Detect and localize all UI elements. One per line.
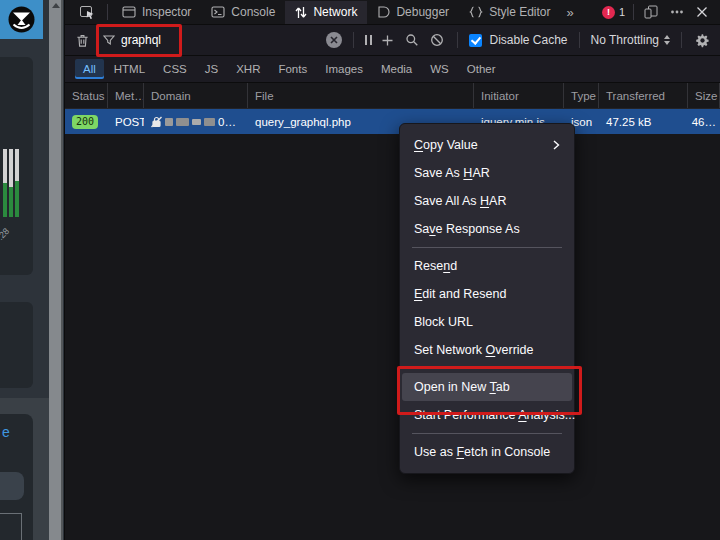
error-count: 1 — [619, 6, 625, 18]
devtools-panel: InspectorConsoleNetworkDebuggerStyle Edi… — [64, 0, 720, 540]
column-header-size[interactable]: Size — [688, 83, 720, 108]
disable-cache-label[interactable]: Disable Cache — [489, 33, 567, 47]
filter-value: graphql — [121, 33, 161, 47]
menu-item-open-in-new-tab[interactable]: Open in New Tab — [402, 373, 572, 401]
close-icon[interactable] — [690, 0, 714, 24]
disable-cache-checkbox[interactable] — [469, 34, 482, 47]
filter-tab-all[interactable]: All — [75, 59, 104, 79]
page-scrollbar[interactable] — [49, 0, 63, 540]
inspector-icon — [122, 6, 136, 18]
menu-item-label: Save All As HAR — [414, 194, 506, 208]
network-toolbar: graphql — [65, 25, 720, 56]
tab-label: Network — [313, 5, 357, 19]
chart-bar — [9, 149, 13, 217]
column-header-transferred[interactable]: Transferred — [599, 83, 688, 108]
menu-item-label: Copy Value — [414, 138, 478, 152]
site-logo[interactable] — [0, 0, 43, 39]
tab-style-editor[interactable]: Style Editor — [459, 1, 560, 24]
meatball-menu-icon[interactable] — [664, 0, 690, 24]
request-list-empty-area — [65, 134, 720, 452]
filter-tab-fonts[interactable]: Fonts — [270, 59, 315, 79]
tab-label: Inspector — [142, 5, 191, 19]
menu-item-copy-value[interactable]: Copy Value — [402, 131, 572, 159]
tab-label: Console — [231, 5, 275, 19]
menu-item-label: Open in New Tab — [414, 380, 510, 394]
devtools-tabbar: InspectorConsoleNetworkDebuggerStyle Edi… — [65, 0, 720, 25]
filter-tab-xhr[interactable]: XHR — [228, 59, 268, 79]
filter-tab-images[interactable]: Images — [317, 59, 371, 79]
menu-item-block-url[interactable]: Block URL — [402, 308, 572, 336]
tab-inspector[interactable]: Inspector — [112, 1, 201, 24]
error-badge[interactable]: ! 1 — [598, 6, 629, 19]
pause-traffic-icon[interactable] — [365, 35, 372, 45]
method-cell: POST — [108, 116, 144, 128]
divider — [107, 4, 108, 20]
error-icon: ! — [602, 6, 615, 19]
filter-tab-html[interactable]: HTML — [106, 59, 153, 79]
clear-filter-icon[interactable] — [326, 32, 342, 48]
add-request-icon[interactable] — [379, 34, 396, 47]
filter-tab-js[interactable]: JS — [197, 59, 226, 79]
more-tabs-chevron-icon[interactable]: » — [560, 5, 579, 20]
chart-bar — [3, 149, 7, 217]
column-header-type[interactable]: Type — [564, 83, 599, 108]
menu-item-label: Set Network Override — [414, 343, 534, 357]
filter-tab-media[interactable]: Media — [373, 59, 420, 79]
menu-separator — [412, 368, 562, 369]
menu-item-label: Edit and Resend — [414, 287, 506, 301]
menu-item-label: Save Response As — [414, 222, 520, 236]
menu-item-set-network-override[interactable]: Set Network Override — [402, 336, 572, 364]
context-menu: Copy ValueSave As HARSave All As HARSave… — [399, 123, 575, 474]
menu-item-edit-and-resend[interactable]: Edit and Resend — [402, 280, 572, 308]
console-icon — [211, 6, 225, 18]
page-link-fragment[interactable]: e — [2, 424, 10, 440]
network-settings-gear-icon[interactable] — [693, 33, 712, 48]
menu-item-save-response-as[interactable]: Save Response As — [402, 215, 572, 243]
tab-label: Debugger — [396, 5, 449, 19]
menu-item-label: Save As HAR — [414, 166, 490, 180]
column-header-initiator[interactable]: Initiator — [474, 83, 564, 108]
dropdown-spinner-icon — [664, 35, 670, 45]
clear-requests-trash-icon[interactable] — [73, 25, 92, 55]
column-header-status[interactable]: Status — [65, 83, 108, 108]
request-filter-tabs: AllHTMLCSSJSXHRFontsImagesMediaWSOther — [65, 56, 720, 83]
tab-network[interactable]: Network — [285, 1, 367, 24]
request-row[interactable]: 200 POST 0… query_graphql.php jquery.m — [65, 109, 720, 134]
debugger-icon — [377, 6, 390, 18]
tab-label: Style Editor — [489, 5, 550, 19]
tab-debugger[interactable]: Debugger — [367, 1, 459, 24]
scrollbar-up-arrow-icon[interactable] — [52, 3, 60, 8]
menu-item-label: Use as Fetch in Console — [414, 445, 550, 459]
menu-item-save-all-as-har[interactable]: Save All As HAR — [402, 187, 572, 215]
submenu-arrow-icon — [553, 140, 560, 150]
responsive-design-icon[interactable] — [638, 0, 664, 24]
menu-item-use-as-fetch-in-console[interactable]: Use as Fetch in Console — [402, 438, 572, 466]
filter-tab-ws[interactable]: WS — [422, 59, 457, 79]
menu-item-start-performance-analysis[interactable]: Start Performance Analysis... — [402, 401, 572, 429]
page-behind-devtools: :28 e — [0, 0, 64, 540]
menu-item-resend[interactable]: Resend — [402, 252, 572, 280]
divider — [353, 32, 354, 48]
menu-item-label: Start Performance Analysis... — [414, 408, 575, 422]
column-header-domain[interactable]: Domain — [144, 83, 248, 108]
filter-tab-css[interactable]: CSS — [155, 59, 195, 79]
transferred-cell: 47.25 kB — [599, 116, 688, 128]
column-header-file[interactable]: File — [248, 83, 474, 108]
block-request-icon[interactable] — [428, 33, 446, 47]
chart-axis-label: :28 — [0, 226, 11, 242]
pick-element-icon[interactable] — [71, 4, 103, 20]
tab-console[interactable]: Console — [201, 1, 285, 24]
status-badge: 200 — [72, 115, 98, 129]
page-button-partial[interactable] — [0, 472, 24, 500]
screenshot-root: :28 e InspectorConsoleNetworkDebuggerSty… — [0, 0, 720, 540]
menu-item-save-as-har[interactable]: Save As HAR — [402, 159, 572, 187]
redacted-domain-block — [176, 118, 189, 126]
column-header-met[interactable]: Met… — [108, 83, 144, 108]
throttling-dropdown[interactable]: No Throttling — [591, 33, 670, 47]
filter-tab-other[interactable]: Other — [459, 59, 504, 79]
search-icon[interactable] — [403, 33, 421, 47]
divider — [457, 32, 458, 48]
domain-cell: 0… — [144, 116, 248, 128]
filter-input[interactable]: graphql — [99, 29, 165, 51]
request-table-header: StatusMet…DomainFileInitiatorTypeTransfe… — [65, 83, 720, 109]
